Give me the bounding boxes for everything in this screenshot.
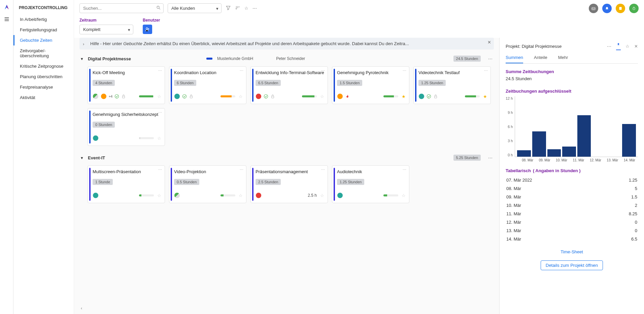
- card-more-icon[interactable]: ⋯: [240, 168, 243, 172]
- card-more-icon[interactable]: ⋯: [484, 69, 488, 73]
- breakdown-chart: 12 h9 h6 h3 h0 h 08. Mär09. Mär10. Mär11…: [506, 96, 638, 162]
- search-icon[interactable]: [156, 5, 161, 11]
- sidebar-item[interactable]: Festpreisanalyse: [13, 82, 74, 92]
- card-more-icon[interactable]: ⋯: [158, 69, 162, 73]
- timesheet-link[interactable]: Time-Sheet: [506, 249, 638, 254]
- sidebar-item[interactable]: Kritische Zeitprognose: [13, 61, 74, 71]
- collapse-sidebar-icon[interactable]: ‹: [81, 306, 82, 311]
- detail-tab[interactable]: Anteile: [534, 55, 547, 63]
- card-title: Audiotechnik: [337, 169, 406, 174]
- star-icon[interactable]: ☆: [157, 136, 161, 141]
- svg-rect-8: [190, 96, 193, 98]
- task-card[interactable]: ⋯ Multiscreen-Präsentation 1 Stunde ☆: [88, 165, 165, 203]
- row-value: 8.25: [629, 211, 637, 216]
- customer-select[interactable]: Alle Kunden ▾: [168, 3, 222, 13]
- star-icon[interactable]: ☆: [402, 193, 406, 198]
- star-icon[interactable]: ☆: [157, 94, 161, 99]
- open-project-details-button[interactable]: Details zum Projekt öffnen: [541, 260, 603, 270]
- card-duration-badge: 0 Stunden: [93, 122, 115, 128]
- breakdown-label: Zeitbuchungen aufgeschlüsselt: [506, 89, 638, 94]
- x-tick: 11. Mär: [570, 158, 587, 162]
- card-more-icon[interactable]: ⋯: [403, 168, 406, 172]
- avatar: [93, 192, 99, 198]
- group-more-icon[interactable]: ⋯: [488, 155, 493, 160]
- star-icon[interactable]: ★: [483, 94, 487, 99]
- sidebar-item[interactable]: Gebuchte Zeiten: [13, 35, 74, 45]
- group-name[interactable]: Event-IT: [88, 155, 105, 160]
- detail-star-icon[interactable]: ☆: [625, 44, 630, 49]
- period-label: Zeitraum: [79, 18, 133, 23]
- card-more-icon[interactable]: ⋯: [403, 69, 406, 73]
- filter-icon[interactable]: [226, 5, 231, 11]
- app-logo: [3, 4, 10, 11]
- pin-icon[interactable]: [616, 42, 621, 50]
- card-more-icon[interactable]: ⋯: [158, 111, 162, 115]
- group-more-icon[interactable]: ⋯: [488, 56, 493, 61]
- collapse-group-icon[interactable]: ▾: [81, 56, 83, 61]
- task-card[interactable]: ⋯ Audiotechnik 1.25 Stunden ☆: [332, 165, 409, 203]
- star-icon[interactable]: ☆: [239, 193, 243, 198]
- detail-tab[interactable]: Mehr: [558, 55, 568, 63]
- task-card[interactable]: ⋯ Präsentationsmanagement 2.5 Stunden 2.…: [250, 165, 328, 203]
- close-help-icon[interactable]: ✕: [487, 40, 491, 45]
- sidebar-item[interactable]: Zeitvorgabe/-überschreitung: [13, 45, 74, 61]
- sidebar-item[interactable]: In Arbeit/fertig: [13, 14, 74, 25]
- timer-button[interactable]: [629, 4, 639, 13]
- task-card[interactable]: ⋯ Genehmigung Pyrotechnik 1.5 Stunden ★: [332, 66, 409, 104]
- star-icon[interactable]: ★: [402, 94, 406, 99]
- card-hours: 2.5 h: [308, 193, 317, 198]
- caret-down-icon: ▾: [216, 6, 218, 11]
- card-more-icon[interactable]: ⋯: [321, 168, 325, 172]
- inbox-button[interactable]: [589, 4, 598, 13]
- favorite-icon[interactable]: ☆: [244, 6, 248, 11]
- caret-down-icon: ▾: [128, 27, 130, 32]
- x-tick: 12. Mär: [587, 158, 604, 162]
- notifications-button[interactable]: [602, 4, 612, 13]
- row-value: 1.5: [631, 194, 637, 199]
- chart-bar: [547, 149, 561, 157]
- task-card[interactable]: ⋯ Genehmigung Sicherheitskonzept 0 Stund…: [88, 108, 165, 146]
- collapse-group-icon[interactable]: ▾: [81, 155, 83, 160]
- card-more-icon[interactable]: ⋯: [158, 168, 162, 172]
- detail-title: Projekt: Digital Projektmesse: [506, 44, 562, 49]
- more-icon[interactable]: ⋯: [252, 6, 257, 11]
- card-title: Genehmigung Pyrotechnik: [337, 70, 406, 75]
- sidebar-item[interactable]: Aktivität: [13, 92, 74, 103]
- star-icon[interactable]: ☆: [320, 193, 324, 198]
- row-value: 1.25: [629, 178, 637, 183]
- detail-tab[interactable]: Summen: [506, 55, 523, 63]
- detail-more-icon[interactable]: ⋯: [607, 44, 611, 49]
- card-duration-badge: 1.25 Stunden: [418, 80, 446, 86]
- star-icon[interactable]: ☆: [157, 193, 161, 198]
- detail-close-icon[interactable]: ✕: [634, 44, 638, 49]
- task-card[interactable]: ⋯ Koordination Location 6 Stunden ☆: [169, 66, 246, 104]
- star-icon[interactable]: ☆: [239, 94, 243, 99]
- chart-bar: [622, 124, 636, 157]
- card-title: Videotechnik Testlauf: [418, 70, 487, 75]
- row-date: 11. Mär: [506, 211, 521, 216]
- notes-button[interactable]: [616, 4, 625, 13]
- sidebar-item[interactable]: Planung überschritten: [13, 71, 74, 82]
- check-icon: [264, 94, 268, 99]
- expand-help-icon[interactable]: ›: [83, 41, 84, 46]
- task-card[interactable]: ⋯ Kick-Off Meeting 4 Stunden +4☆: [88, 66, 165, 104]
- progress-bar: [139, 194, 154, 196]
- add-user-button[interactable]: [143, 25, 152, 34]
- group-name[interactable]: Digital Projektmesse: [88, 56, 131, 61]
- search-input[interactable]: [79, 3, 164, 13]
- card-more-icon[interactable]: ⋯: [240, 69, 243, 73]
- task-card[interactable]: ⋯ Videotechnik Testlauf 1.25 Stunden ★: [413, 66, 491, 104]
- x-tick: 13. Mär: [604, 158, 621, 162]
- menu-toggle-icon[interactable]: [4, 16, 10, 22]
- task-card[interactable]: ⋯ Video-Projektion 0.5 Stunden ☆: [169, 165, 246, 203]
- avatar-overflow: +4: [109, 95, 112, 98]
- y-tick: 9 h: [508, 111, 513, 115]
- sidebar-title: PROJEKTCONTROLLING: [19, 5, 74, 10]
- row-date: 14. Mär: [506, 237, 521, 242]
- card-more-icon[interactable]: ⋯: [321, 69, 325, 73]
- task-card[interactable]: ⋯ Entwicklung Info-Terminal-Software 6.5…: [250, 66, 328, 104]
- period-select[interactable]: Komplett ▾: [79, 25, 133, 34]
- star-icon[interactable]: ☆: [320, 94, 324, 99]
- sort-icon[interactable]: [235, 5, 240, 11]
- sidebar-item[interactable]: Fertigstellungsgrad: [13, 25, 74, 35]
